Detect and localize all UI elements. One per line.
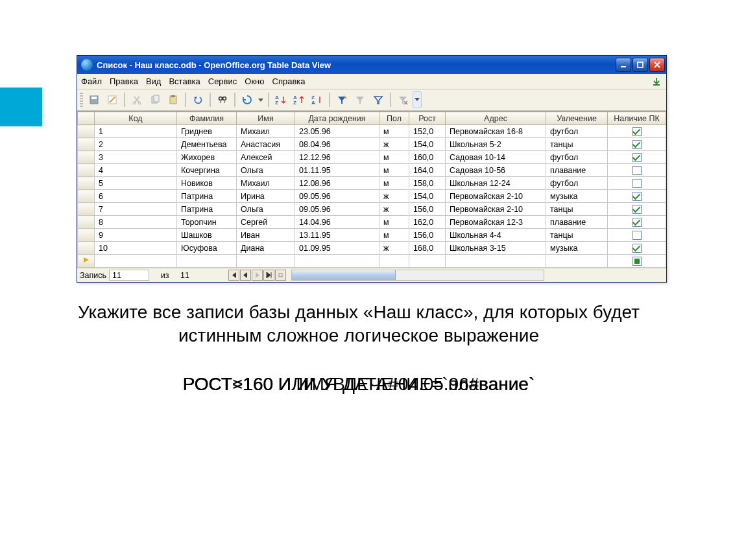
table-row[interactable]: 10ЮсуфоваДиана01.09.95ж168,0Школьная 3-1… — [78, 242, 666, 255]
cell-adr[interactable]: Школьная 4-4 — [446, 229, 546, 242]
cell-pol[interactable]: м — [379, 151, 409, 164]
menu-edit[interactable]: Правка — [110, 76, 138, 86]
nav-prev-icon[interactable] — [240, 270, 251, 281]
cell-uvl[interactable]: плавание — [546, 216, 608, 229]
filter-remove-icon[interactable] — [394, 91, 411, 108]
col-im[interactable]: Имя — [237, 112, 295, 125]
filter-apply-icon[interactable] — [352, 91, 368, 108]
cell-dob[interactable]: 08.04.96 — [295, 138, 379, 151]
edit-icon[interactable] — [104, 91, 121, 108]
cell-pol[interactable]: ж — [379, 242, 409, 255]
find-icon[interactable] — [214, 91, 231, 108]
cell-pol[interactable]: ж — [379, 138, 409, 151]
table-row[interactable]: 2ДементьеваАнастасия08.04.96ж154,0Школьн… — [78, 138, 666, 151]
cell-rost[interactable]: 154,0 — [409, 190, 446, 203]
minimize-button[interactable] — [616, 58, 631, 72]
cell-im[interactable]: Михаил — [237, 125, 295, 138]
cell-uvl[interactable]: музыка — [546, 190, 608, 203]
cell-kod[interactable]: 7 — [95, 203, 177, 216]
cell-im[interactable]: Михаил — [237, 177, 295, 190]
undo-icon[interactable] — [189, 91, 206, 108]
table-row[interactable]: 6ПатринаИрина09.05.96ж154,0Первомайская … — [78, 190, 666, 203]
cell-dob[interactable]: 12.12.96 — [295, 151, 379, 164]
cell-rost[interactable]: 154,0 — [409, 138, 446, 151]
cell-adr[interactable]: Первомайская 12-3 — [446, 216, 546, 229]
cell-pol[interactable]: ж — [379, 190, 409, 203]
table-row[interactable]: 9ШашковИван13.11.95м156,0Школьная 4-4тан… — [78, 229, 666, 242]
checkbox-icon[interactable] — [632, 179, 642, 188]
cell-im[interactable]: Ольга — [237, 203, 295, 216]
cell-im[interactable]: Ирина — [237, 190, 295, 203]
cell-adr[interactable]: Первомайская 2-10 — [446, 190, 546, 203]
cell-dob[interactable]: 09.05.96 — [295, 190, 379, 203]
sort-asc-icon[interactable]: AZ — [272, 91, 289, 108]
cell-uvl[interactable]: футбол — [546, 151, 608, 164]
dropdown-icon[interactable] — [257, 91, 265, 108]
scrollbar-thumb[interactable] — [292, 270, 396, 280]
cell-uvl[interactable]: танцы — [546, 203, 608, 216]
sort-za-icon[interactable]: ZA — [309, 91, 326, 108]
table-row[interactable]: 1ГридневМихаил23.05.96м152,0Первомайская… — [78, 125, 666, 138]
cell-kod[interactable]: 8 — [95, 216, 177, 229]
cell-kod[interactable]: 3 — [95, 151, 177, 164]
maximize-button[interactable] — [632, 58, 648, 72]
cell-uvl[interactable]: музыка — [546, 242, 608, 255]
cell-adr[interactable]: Школьная 3-15 — [446, 242, 546, 255]
cell-pc[interactable] — [608, 229, 666, 242]
cell-pc[interactable] — [608, 177, 666, 190]
menu-help[interactable]: Справка — [272, 76, 306, 86]
cell-adr[interactable]: Садовая 10-56 — [446, 164, 546, 177]
checkbox-icon[interactable] — [632, 140, 642, 149]
row-selector-header[interactable] — [78, 112, 95, 125]
cell-pc[interactable] — [608, 203, 666, 216]
cell-rost[interactable]: 158,0 — [409, 177, 446, 190]
cell-kod[interactable]: 2 — [95, 138, 177, 151]
cell-pc[interactable] — [608, 190, 666, 203]
toolbar-overflow-icon[interactable] — [413, 91, 422, 108]
row-selector[interactable] — [78, 151, 95, 164]
checkbox-icon[interactable] — [632, 153, 642, 162]
checkbox-icon[interactable] — [632, 244, 642, 253]
cell-uvl[interactable]: футбол — [546, 125, 608, 138]
close-button[interactable] — [649, 58, 665, 72]
cut-icon[interactable] — [128, 91, 145, 108]
nav-first-icon[interactable] — [228, 270, 239, 281]
table-row[interactable]: 3ЖихоревАлексей12.12.96м160,0Садовая 10-… — [78, 151, 666, 164]
menu-service[interactable]: Сервис — [208, 76, 237, 86]
cell-fam[interactable]: Шашков — [177, 229, 237, 242]
row-selector[interactable] — [78, 125, 95, 138]
save-icon[interactable] — [86, 91, 102, 108]
cell-fam[interactable]: Патрина — [177, 203, 237, 216]
cell-pc[interactable] — [608, 151, 666, 164]
cell-rost[interactable]: 164,0 — [409, 164, 446, 177]
cell-adr[interactable]: Первомайская 16-8 — [446, 125, 546, 138]
cell-fam[interactable]: Кочергина — [177, 164, 237, 177]
col-pc[interactable]: Наличие ПК — [608, 112, 666, 125]
cell-pol[interactable]: м — [379, 177, 409, 190]
col-adr[interactable]: Адрес — [446, 112, 546, 125]
col-pol[interactable]: Пол — [379, 112, 409, 125]
cell-pol[interactable]: м — [379, 216, 409, 229]
col-uvl[interactable]: Увлечение — [546, 112, 608, 125]
cell-fam[interactable]: Дементьева — [177, 138, 237, 151]
table-row[interactable]: 8ТоропчинСергей14.04.96м162,0Первомайска… — [78, 216, 666, 229]
nav-new-icon[interactable] — [275, 270, 286, 281]
autofilter-icon[interactable] — [333, 91, 350, 108]
cell-im[interactable]: Ольга — [237, 164, 295, 177]
cell-uvl[interactable]: плавание — [546, 164, 608, 177]
filter-standard-icon[interactable] — [370, 91, 387, 108]
checkbox-icon[interactable] — [632, 166, 642, 175]
col-rost[interactable]: Рост — [409, 112, 446, 125]
cell-dob[interactable]: 09.05.96 — [295, 203, 379, 216]
cell-adr[interactable]: Школьная 12-24 — [446, 177, 546, 190]
col-dob[interactable]: Дата рождения — [295, 112, 379, 125]
row-selector[interactable] — [78, 190, 95, 203]
cell-fam[interactable]: Торопчин — [177, 216, 237, 229]
refresh-icon[interactable] — [239, 91, 256, 108]
cell-kod[interactable]: 10 — [95, 242, 177, 255]
cell-dob[interactable]: 12.08.96 — [295, 177, 379, 190]
row-selector[interactable] — [78, 203, 95, 216]
cell-pc[interactable] — [608, 138, 666, 151]
cell-dob[interactable]: 13.11.95 — [295, 229, 379, 242]
checkbox-icon[interactable] — [632, 192, 642, 201]
